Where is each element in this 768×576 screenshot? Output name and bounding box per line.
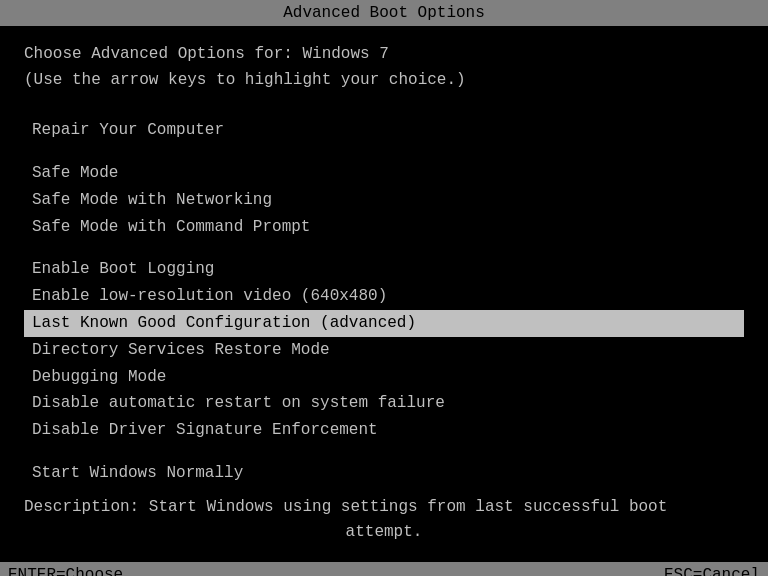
menu-spacer <box>24 144 744 160</box>
menu-item-enable-boot-logging[interactable]: Enable Boot Logging <box>24 256 744 283</box>
menu: Repair Your ComputerSafe ModeSafe Mode w… <box>24 117 744 487</box>
menu-item-enable-low-res-video[interactable]: Enable low-resolution video (640x480) <box>24 283 744 310</box>
menu-item-safe-mode[interactable]: Safe Mode <box>24 160 744 187</box>
description: Description: Start Windows using setting… <box>24 487 744 546</box>
menu-item-last-known-good[interactable]: Last Known Good Configuration (advanced) <box>24 310 744 337</box>
menu-item-directory-services[interactable]: Directory Services Restore Mode <box>24 337 744 364</box>
status-esc: ESC=Cancel <box>664 566 760 576</box>
description-line2: attempt. <box>24 520 744 546</box>
instructions: Choose Advanced Options for: Windows 7 (… <box>24 42 744 93</box>
menu-item-start-windows-normally[interactable]: Start Windows Normally <box>24 460 744 487</box>
content: Choose Advanced Options for: Windows 7 (… <box>0 26 768 562</box>
screen: Advanced Boot Options Choose Advanced Op… <box>0 0 768 576</box>
status-bar: ENTER=Choose ESC=Cancel <box>0 562 768 576</box>
status-enter: ENTER=Choose <box>8 566 123 576</box>
instruction-line1: Choose Advanced Options for: Windows 7 <box>24 42 744 68</box>
menu-item-repair[interactable]: Repair Your Computer <box>24 117 744 144</box>
instruction-line2: (Use the arrow keys to highlight your ch… <box>24 68 744 94</box>
title-bar: Advanced Boot Options <box>0 0 768 26</box>
menu-item-disable-driver-sig[interactable]: Disable Driver Signature Enforcement <box>24 417 744 444</box>
menu-spacer <box>24 444 744 460</box>
menu-item-disable-auto-restart[interactable]: Disable automatic restart on system fail… <box>24 390 744 417</box>
menu-item-safe-mode-networking[interactable]: Safe Mode with Networking <box>24 187 744 214</box>
title-label: Advanced Boot Options <box>283 4 485 22</box>
menu-item-debugging-mode[interactable]: Debugging Mode <box>24 364 744 391</box>
menu-item-safe-mode-command-prompt[interactable]: Safe Mode with Command Prompt <box>24 214 744 241</box>
menu-spacer <box>24 240 744 256</box>
description-line1: Description: Start Windows using setting… <box>24 495 744 521</box>
